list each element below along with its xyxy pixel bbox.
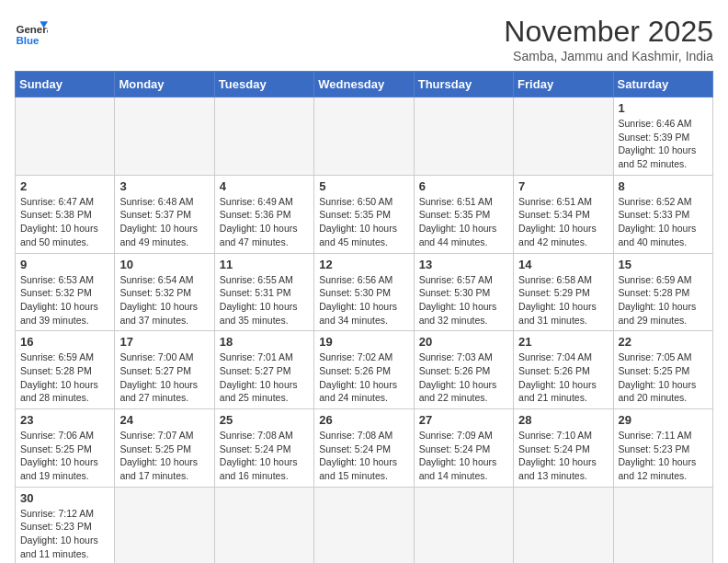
title-area: November 2025 Samba, Jammu and Kashmir, … [504,15,713,63]
day-number: 4 [220,179,309,193]
day-info: Sunrise: 6:55 AMSunset: 5:31 PMDaylight:… [220,273,309,327]
calendar-day-cell: 6Sunrise: 6:51 AMSunset: 5:35 PMDaylight… [414,175,513,253]
calendar-day-cell: 19Sunrise: 7:02 AMSunset: 5:26 PMDayligh… [314,331,414,409]
calendar-day-cell: 10Sunrise: 6:54 AMSunset: 5:32 PMDayligh… [115,253,214,331]
day-info: Sunrise: 6:49 AMSunset: 5:36 PMDaylight:… [220,195,309,249]
day-number: 10 [119,258,209,271]
day-number: 9 [20,258,109,271]
day-number: 26 [319,413,408,427]
calendar-table: SundayMondayTuesdayWednesdayThursdayFrid… [15,71,713,563]
calendar-day-cell [214,98,313,176]
weekday-header-sunday: Sunday [16,72,115,98]
calendar-week-row: 23Sunrise: 7:06 AMSunset: 5:25 PMDayligh… [16,409,713,488]
day-info: Sunrise: 6:52 AMSunset: 5:33 PMDaylight:… [619,195,708,249]
calendar-day-cell: 9Sunrise: 6:53 AMSunset: 5:32 PMDaylight… [16,253,115,331]
day-info: Sunrise: 6:46 AMSunset: 5:39 PMDaylight:… [619,117,708,171]
day-number: 14 [518,258,608,271]
day-number: 21 [518,335,608,349]
calendar-day-cell: 5Sunrise: 6:50 AMSunset: 5:35 PMDaylight… [314,175,414,253]
day-info: Sunrise: 7:12 AMSunset: 5:23 PMDaylight:… [20,507,109,561]
day-number: 28 [518,413,608,427]
day-number: 5 [319,179,408,193]
day-number: 19 [319,335,408,349]
day-number: 22 [619,335,708,349]
location-subtitle: Samba, Jammu and Kashmir, India [504,49,713,63]
calendar-week-row: 30Sunrise: 7:12 AMSunset: 5:23 PMDayligh… [16,487,713,563]
calendar-day-cell: 25Sunrise: 7:08 AMSunset: 5:24 PMDayligh… [214,409,313,488]
logo: General Blue [15,15,48,48]
calendar-day-cell: 30Sunrise: 7:12 AMSunset: 5:23 PMDayligh… [16,487,115,563]
calendar-day-cell [314,98,414,176]
day-number: 27 [419,413,508,427]
day-info: Sunrise: 6:51 AMSunset: 5:35 PMDaylight:… [419,195,508,249]
day-number: 3 [119,179,209,193]
day-info: Sunrise: 6:59 AMSunset: 5:28 PMDaylight:… [619,273,708,327]
day-info: Sunrise: 6:56 AMSunset: 5:30 PMDaylight:… [319,273,408,327]
calendar-day-cell: 8Sunrise: 6:52 AMSunset: 5:33 PMDaylight… [613,175,712,253]
calendar-week-row: 1Sunrise: 6:46 AMSunset: 5:39 PMDaylight… [16,98,713,176]
day-number: 15 [619,258,708,271]
calendar-week-row: 9Sunrise: 6:53 AMSunset: 5:32 PMDaylight… [16,253,713,331]
day-number: 29 [619,413,708,427]
day-info: Sunrise: 6:54 AMSunset: 5:32 PMDaylight:… [119,273,209,327]
calendar-day-cell [514,487,613,563]
day-number: 12 [319,258,408,271]
calendar-day-cell: 13Sunrise: 6:57 AMSunset: 5:30 PMDayligh… [414,253,513,331]
day-number: 7 [518,179,608,193]
day-info: Sunrise: 7:03 AMSunset: 5:26 PMDaylight:… [419,350,508,405]
calendar-day-cell: 24Sunrise: 7:07 AMSunset: 5:25 PMDayligh… [115,409,214,488]
calendar-day-cell [214,487,313,563]
day-number: 18 [220,335,309,349]
day-number: 17 [119,335,209,349]
day-number: 13 [419,258,508,271]
svg-text:Blue: Blue [16,35,40,46]
day-number: 8 [619,179,708,193]
day-number: 2 [20,179,109,193]
calendar-day-cell: 11Sunrise: 6:55 AMSunset: 5:31 PMDayligh… [214,253,313,331]
day-info: Sunrise: 7:00 AMSunset: 5:27 PMDaylight:… [119,350,209,405]
calendar-week-row: 16Sunrise: 6:59 AMSunset: 5:28 PMDayligh… [16,331,713,409]
day-number: 24 [119,413,209,427]
day-info: Sunrise: 6:53 AMSunset: 5:32 PMDaylight:… [20,273,109,327]
day-info: Sunrise: 7:05 AMSunset: 5:25 PMDaylight:… [619,350,708,405]
weekday-header-monday: Monday [115,72,214,98]
calendar-day-cell: 20Sunrise: 7:03 AMSunset: 5:26 PMDayligh… [414,331,513,409]
calendar-day-cell: 21Sunrise: 7:04 AMSunset: 5:26 PMDayligh… [514,331,613,409]
day-number: 11 [220,258,309,271]
day-info: Sunrise: 7:02 AMSunset: 5:26 PMDaylight:… [319,350,408,405]
calendar-day-cell: 12Sunrise: 6:56 AMSunset: 5:30 PMDayligh… [314,253,414,331]
calendar-day-cell: 1Sunrise: 6:46 AMSunset: 5:39 PMDaylight… [613,98,712,176]
weekday-header-saturday: Saturday [613,72,712,98]
weekday-header-thursday: Thursday [414,72,513,98]
calendar-day-cell: 16Sunrise: 6:59 AMSunset: 5:28 PMDayligh… [16,331,115,409]
calendar-day-cell: 18Sunrise: 7:01 AMSunset: 5:27 PMDayligh… [214,331,313,409]
day-info: Sunrise: 6:51 AMSunset: 5:34 PMDaylight:… [518,195,608,249]
logo-svg: General Blue [15,15,48,48]
day-info: Sunrise: 7:10 AMSunset: 5:24 PMDaylight:… [518,429,608,483]
calendar-day-cell: 15Sunrise: 6:59 AMSunset: 5:28 PMDayligh… [613,253,712,331]
calendar-day-cell: 22Sunrise: 7:05 AMSunset: 5:25 PMDayligh… [613,331,712,409]
calendar-day-cell: 4Sunrise: 6:49 AMSunset: 5:36 PMDaylight… [214,175,313,253]
calendar-day-cell: 2Sunrise: 6:47 AMSunset: 5:38 PMDaylight… [16,175,115,253]
calendar-day-cell: 3Sunrise: 6:48 AMSunset: 5:37 PMDaylight… [115,175,214,253]
day-info: Sunrise: 6:48 AMSunset: 5:37 PMDaylight:… [119,195,209,249]
calendar-day-cell [115,487,214,563]
weekday-header-tuesday: Tuesday [214,72,313,98]
day-number: 25 [220,413,309,427]
day-info: Sunrise: 7:08 AMSunset: 5:24 PMDaylight:… [319,429,408,483]
day-info: Sunrise: 7:01 AMSunset: 5:27 PMDaylight:… [220,350,309,405]
weekday-header-friday: Friday [514,72,613,98]
page-header: General Blue November 2025 Samba, Jammu … [15,15,713,63]
calendar-day-cell: 14Sunrise: 6:58 AMSunset: 5:29 PMDayligh… [514,253,613,331]
day-info: Sunrise: 7:04 AMSunset: 5:26 PMDaylight:… [518,350,608,405]
calendar-day-cell [115,98,214,176]
day-number: 6 [419,179,508,193]
day-info: Sunrise: 6:50 AMSunset: 5:35 PMDaylight:… [319,195,408,249]
day-number: 30 [20,491,109,505]
day-info: Sunrise: 6:58 AMSunset: 5:29 PMDaylight:… [518,273,608,327]
calendar-week-row: 2Sunrise: 6:47 AMSunset: 5:38 PMDaylight… [16,175,713,253]
day-info: Sunrise: 6:57 AMSunset: 5:30 PMDaylight:… [419,273,508,327]
day-info: Sunrise: 6:59 AMSunset: 5:28 PMDaylight:… [20,350,109,405]
calendar-day-cell [16,98,115,176]
day-number: 16 [20,335,109,349]
